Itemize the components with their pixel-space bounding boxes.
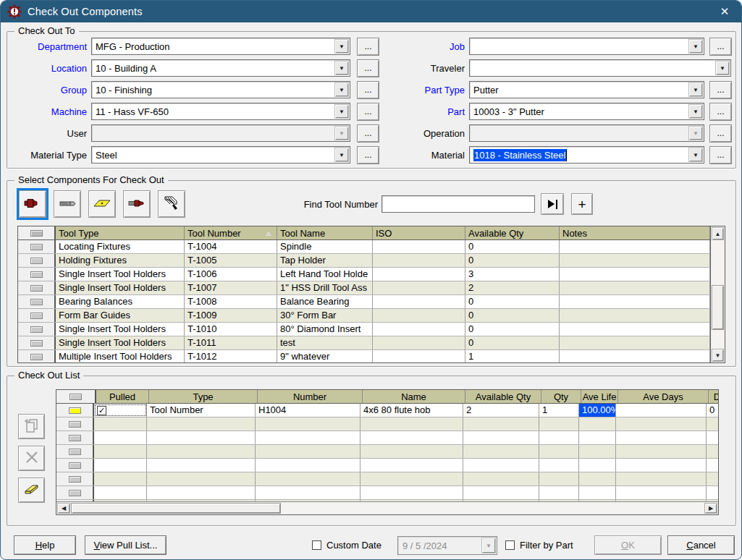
material-combo[interactable]: 1018 - Stainless Steel▼	[469, 146, 704, 164]
cell-tool-type[interactable]: Multiple Insert Tool Holders	[56, 350, 185, 363]
chevron-down-icon[interactable]: ▼	[334, 148, 349, 162]
row-selector[interactable]	[18, 336, 56, 349]
table-row[interactable]: Multiple Insert Tool HoldersT-10129" wha…	[18, 350, 725, 363]
cell-tool-type[interactable]: Single Insert Tool Holders	[56, 268, 185, 281]
table-row[interactable]: Single Insert Tool HoldersT-101080° Diam…	[18, 323, 725, 336]
table-row[interactable]: Single Insert Tool HoldersT-1011test0	[18, 336, 725, 350]
cancel-button[interactable]: Cancel	[667, 535, 735, 555]
empty-cell[interactable]	[539, 459, 579, 472]
view-pull-list-button[interactable]: View Pull List...	[85, 535, 166, 555]
empty-cell[interactable]	[256, 472, 361, 485]
empty-cell[interactable]	[361, 486, 463, 499]
table-row[interactable]: Bearing BalancesT-1008Balance Bearing0	[18, 295, 725, 309]
row-selector[interactable]	[56, 459, 94, 472]
column-header-pulled[interactable]: Pulled	[96, 390, 149, 403]
part-type-browse-button[interactable]: ...	[709, 81, 732, 99]
empty-cell[interactable]	[707, 459, 719, 472]
table-row[interactable]: Holding FixturesT-1005Tap Holder0	[18, 254, 725, 268]
cell-tool-name[interactable]: Tap Holder	[277, 254, 373, 267]
cell-tool-type[interactable]: Holding Fixtures	[56, 254, 185, 267]
scroll-right-icon[interactable]: ▶	[704, 503, 717, 514]
chevron-down-icon[interactable]: ▼	[715, 61, 730, 75]
column-header-d[interactable]: D	[709, 390, 719, 403]
empty-cell[interactable]	[147, 445, 256, 458]
hscroll-thumb[interactable]	[71, 503, 281, 514]
components-grid-vscrollbar[interactable]: ▲ ▼	[710, 226, 725, 362]
find-tool-number-input[interactable]	[381, 195, 535, 213]
cell-available-qty[interactable]: 1	[465, 350, 560, 363]
eraser-button[interactable]	[18, 478, 45, 503]
operation-combo[interactable]: ▼	[469, 124, 704, 142]
custom-date-checkbox[interactable]	[312, 540, 321, 550]
machine-combo[interactable]: 11 - Hass VF-650▼	[91, 103, 350, 120]
chevron-down-icon[interactable]: ▼	[334, 39, 349, 54]
cell-tool-number[interactable]: T-1005	[185, 254, 277, 267]
row-selector[interactable]	[18, 309, 56, 322]
empty-cell[interactable]	[256, 431, 361, 444]
check-out-row[interactable]: ✓Tool NumberH10044x6 80 flute hob21100.0…	[56, 404, 718, 417]
cell-notes[interactable]	[560, 295, 710, 308]
cell-tool-type[interactable]: Single Insert Tool Holders	[56, 336, 185, 349]
chevron-down-icon[interactable]: ▼	[688, 39, 703, 54]
empty-check-out-row[interactable]	[56, 459, 718, 472]
cell-tool-name[interactable]: Spindle	[277, 240, 373, 253]
column-header-notes[interactable]: Notes	[560, 226, 710, 239]
empty-cell[interactable]	[539, 486, 579, 499]
empty-check-out-row[interactable]	[56, 431, 718, 445]
cell-tool-type[interactable]: Single Insert Tool Holders	[56, 281, 185, 294]
part-type-combo[interactable]: Putter▼	[469, 81, 704, 98]
cell-notes[interactable]	[560, 336, 710, 349]
vscroll-thumb[interactable]	[712, 285, 724, 330]
location-combo[interactable]: 10 - Building A▼	[91, 59, 350, 77]
empty-cell[interactable]	[463, 431, 539, 444]
column-header-tool-name[interactable]: Tool Name	[277, 226, 373, 239]
cell-tool-name[interactable]: Balance Bearing	[277, 295, 373, 308]
column-header-name[interactable]: Name	[363, 390, 465, 403]
toolbar-drill-tool-button[interactable]	[54, 190, 81, 218]
scroll-down-icon[interactable]: ▼	[712, 349, 724, 362]
part-browse-button[interactable]: ...	[709, 103, 732, 121]
group-combo[interactable]: 10 - Finishing▼	[91, 81, 350, 98]
empty-cell[interactable]	[94, 472, 147, 485]
chevron-down-icon[interactable]: ▼	[688, 148, 703, 162]
empty-cell[interactable]	[361, 459, 463, 472]
chevron-down-icon[interactable]: ▼	[334, 104, 349, 119]
job-browse-button[interactable]: ...	[709, 38, 732, 56]
cell-available-qty[interactable]: 0	[465, 240, 560, 253]
empty-cell[interactable]	[463, 486, 539, 499]
toolbar-tool-assembly-button[interactable]	[123, 190, 151, 218]
empty-cell[interactable]	[707, 486, 719, 499]
row-selector[interactable]	[56, 472, 94, 485]
empty-cell[interactable]	[94, 445, 147, 458]
cell-notes[interactable]	[560, 281, 710, 294]
chevron-down-icon[interactable]: ▼	[688, 104, 703, 119]
cell-notes[interactable]	[560, 254, 710, 267]
check-in-swap-button[interactable]	[18, 414, 45, 439]
filter-by-part-checkbox[interactable]	[505, 540, 515, 550]
cell-number[interactable]: H1004	[256, 404, 361, 417]
cell-iso[interactable]	[373, 309, 465, 322]
empty-cell[interactable]	[147, 417, 256, 430]
empty-cell[interactable]	[707, 472, 719, 485]
empty-check-out-row[interactable]	[56, 472, 718, 486]
cell-ave-life[interactable]: 100.00%	[579, 404, 616, 417]
empty-cell[interactable]	[147, 486, 256, 499]
row-selector[interactable]	[18, 281, 56, 294]
select-all-cell[interactable]	[18, 226, 56, 239]
cell-tool-number[interactable]: T-1007	[185, 281, 277, 294]
empty-check-out-row[interactable]	[56, 445, 718, 459]
row-selector[interactable]	[18, 350, 56, 363]
ok-button[interactable]: OK	[594, 535, 662, 555]
scroll-left-icon[interactable]: ◀	[57, 503, 70, 514]
column-header-ave-days[interactable]: Ave Days	[618, 390, 709, 403]
table-row[interactable]: Single Insert Tool HoldersT-1006Left Han…	[18, 268, 725, 281]
material-browse-button[interactable]: ...	[709, 146, 732, 164]
empty-cell[interactable]	[256, 417, 361, 430]
delete-x-button[interactable]	[18, 446, 45, 471]
cell-available-qty[interactable]: 2	[465, 281, 560, 294]
cell-iso[interactable]	[373, 268, 465, 281]
part-combo[interactable]: 10003 - 3" Putter▼	[469, 103, 704, 120]
empty-cell[interactable]	[256, 486, 361, 499]
empty-cell[interactable]	[579, 445, 616, 458]
cell-tool-number[interactable]: T-1011	[185, 336, 277, 349]
